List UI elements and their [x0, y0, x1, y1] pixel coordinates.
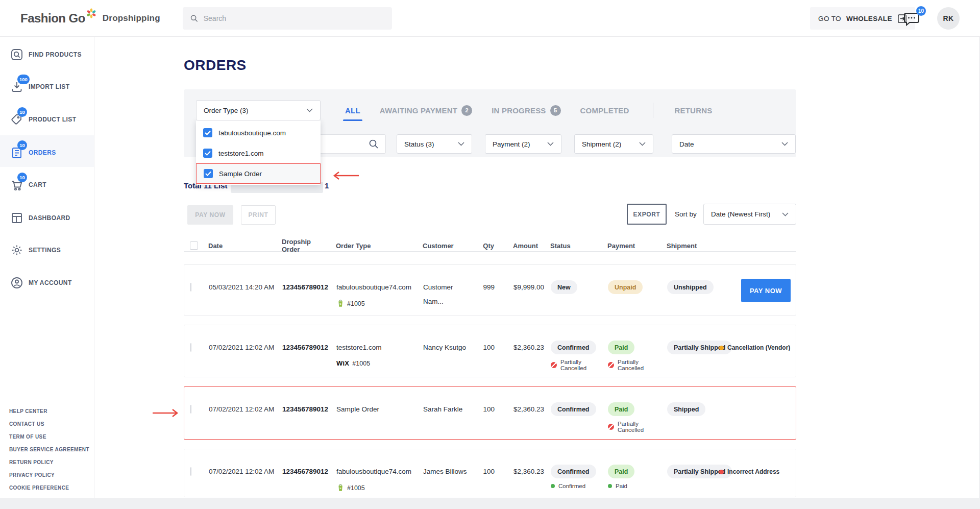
export-button[interactable]: EXPORT — [627, 204, 667, 225]
orders-table-body: 05/03/2021 14:20 AM 123456789012 fabulou… — [184, 264, 796, 506]
status-filter-label: Status (3) — [404, 140, 434, 148]
brand-logo: Fashion Go Dropshipping — [20, 0, 160, 37]
checkbox-checked[interactable] — [204, 169, 213, 178]
annotation-arrow-left-icon — [330, 171, 359, 180]
link-cookie-preference[interactable]: COOKIE PREFERENCE — [9, 485, 89, 491]
svg-text:s: s — [339, 302, 341, 305]
gear-icon — [9, 243, 24, 258]
user-avatar[interactable]: RK — [937, 7, 960, 30]
chevron-down-icon — [782, 212, 789, 216]
link-return-policy[interactable]: RETURN POLICY — [9, 459, 89, 465]
cancellation-vendor-dot — [719, 346, 724, 350]
col-status: Status — [539, 238, 595, 253]
payment-filter[interactable]: Payment (2) — [485, 134, 561, 154]
tab-all[interactable]: ALL — [345, 106, 360, 115]
sidebar-item-settings[interactable]: SETTINGS — [0, 238, 94, 262]
print-button[interactable]: PRINT — [241, 205, 276, 225]
pay-now-bulk-button[interactable]: PAY NOW — [187, 205, 233, 225]
date-filter[interactable]: Date — [672, 134, 796, 154]
col-payment: Payment — [595, 238, 652, 253]
link-contact-us[interactable]: CONTACT US — [9, 421, 89, 427]
shopify-icon: s — [336, 299, 344, 308]
select-all-checkbox[interactable] — [190, 241, 198, 250]
sidebar-item-import-list[interactable]: 100 IMPORT LIST — [0, 75, 94, 99]
status-badge: New — [551, 280, 577, 294]
row-checkbox[interactable] — [190, 405, 191, 414]
shipment-note: Cancellation (Vendor) — [727, 341, 790, 355]
top-header: Fashion Go Dropshipping GO TO WHOLESALE — [0, 0, 980, 37]
sidebar-item-dashboard[interactable]: DASHBOARD — [0, 206, 94, 230]
sidebar-item-find-products[interactable]: FIND PRODUCTS — [0, 42, 94, 67]
tab-divider — [653, 103, 653, 118]
dropship-order-number: 123456789012 — [282, 341, 328, 355]
order-type-store: fabulousboutique74.com — [336, 280, 414, 295]
cart-badge: 10 — [17, 173, 27, 182]
status-badge: Confirmed — [551, 341, 596, 354]
import-list-icon: 100 — [9, 79, 24, 94]
pay-now-row-button[interactable]: PAY NOW — [741, 279, 791, 302]
tab-label: IN PROGRESS — [492, 106, 546, 115]
payment-filter-label: Payment (2) — [493, 140, 530, 148]
go-to-wholesale-button[interactable]: GO TO WHOLESALE — [810, 7, 915, 30]
row-checkbox[interactable] — [190, 467, 191, 476]
order-type-option-teststore1[interactable]: teststore1.com — [196, 143, 321, 163]
tab-count-badge: 5 — [550, 105, 561, 116]
dropship-order-number: 123456789012 — [282, 465, 328, 479]
sidebar-item-orders[interactable]: 10 ORDERS — [0, 140, 94, 165]
order-row: 05/03/2021 14:20 AM 123456789012 fabulou… — [184, 264, 796, 316]
order-type-option-fabulousboutique[interactable]: fabulousboutique.com — [196, 123, 321, 143]
order-type-store: fabulousboutique74.com — [336, 465, 414, 479]
link-buyer-service-agreement[interactable]: BUYER SERVICE AGREEMENT — [9, 447, 89, 452]
order-row: 07/02/2021 12:02 AM 123456789012 fabulou… — [184, 449, 796, 497]
search-icon — [368, 138, 379, 150]
sidebar-item-label: IMPORT LIST — [29, 83, 69, 90]
sidebar-item-cart[interactable]: 10 CART — [0, 173, 94, 197]
payment-sub-label: Partially Cancelled — [618, 359, 653, 371]
svg-text:s: s — [339, 486, 341, 490]
sort-order-value: Date (Newest First) — [711, 210, 770, 218]
import-list-badge: 100 — [17, 75, 30, 84]
sidebar-item-product-list[interactable]: 10 PRODUCT LIST — [0, 107, 94, 132]
chevron-down-icon — [639, 142, 646, 146]
brand-flower-icon — [86, 8, 96, 18]
search-input[interactable] — [204, 14, 385, 22]
link-privacy-policy[interactable]: PRIVACY POLICY — [9, 472, 89, 478]
messages-button[interactable]: 10 — [902, 9, 925, 30]
tab-in-progress[interactable]: IN PROGRESS 5 — [492, 105, 560, 116]
tab-returns[interactable]: RETURNS — [675, 106, 713, 115]
chevron-down-icon — [306, 108, 313, 112]
status-filter[interactable]: Status (3) — [397, 134, 472, 154]
shopify-icon: s — [336, 483, 344, 492]
status-badge: Confirmed — [551, 402, 596, 416]
orders-table-header: Date Dropship Order Order Type Customer … — [184, 238, 796, 252]
orders-badge: 10 — [17, 140, 27, 150]
row-checkbox[interactable] — [190, 283, 191, 292]
sidebar-item-label: FIND PRODUCTS — [29, 51, 82, 58]
paid-dot — [608, 484, 612, 488]
link-term-of-use[interactable]: TERM OF USE — [9, 434, 89, 440]
status-badge: Confirmed — [551, 465, 596, 478]
shipment-filter[interactable]: Shipment (2) — [574, 134, 653, 154]
order-type-option-sample-order[interactable]: Sample Order — [196, 163, 321, 184]
wholesale-prefix: GO TO — [818, 15, 841, 22]
col-qty: Qty — [471, 238, 495, 253]
tab-awaiting-payment[interactable]: AWAITING PAYMENT 2 — [380, 105, 472, 116]
order-amount: $2,360.23 — [513, 341, 540, 355]
tab-completed[interactable]: COMPLETED — [580, 106, 629, 115]
sidebar-item-my-account[interactable]: MY ACCOUNT — [0, 271, 94, 295]
messages-count-badge: 10 — [916, 6, 926, 16]
checkbox-checked[interactable] — [203, 128, 212, 137]
customer-name: James Billows — [423, 465, 471, 479]
sort-order-select[interactable]: Date (Newest First) — [703, 204, 796, 225]
checkbox-checked[interactable] — [203, 149, 212, 158]
order-amount: $2,360.23 — [513, 402, 540, 417]
link-help-center[interactable]: HELP CENTER — [9, 408, 89, 414]
sidebar-item-label: ORDERS — [29, 149, 56, 156]
sidebar-item-label: DASHBOARD — [29, 214, 70, 222]
sidebar-item-label: SETTINGS — [29, 247, 61, 254]
order-type-select[interactable]: Order Type (3) — [196, 100, 321, 120]
order-qty: 100 — [471, 465, 496, 479]
row-checkbox[interactable] — [190, 343, 191, 352]
page-title: ORDERS — [184, 57, 247, 74]
dashboard-icon — [9, 210, 24, 226]
